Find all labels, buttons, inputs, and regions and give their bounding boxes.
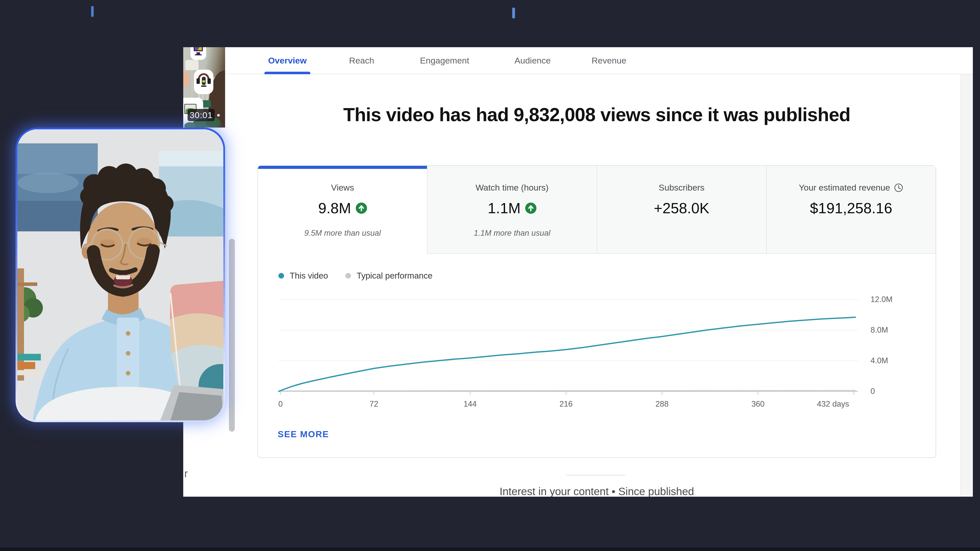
clipped-text-fragment: r bbox=[184, 468, 188, 480]
scrollbar-thumb[interactable] bbox=[229, 239, 235, 432]
legend-this-video: This video bbox=[278, 271, 328, 281]
analytics-tabbar: Overview Reach Engagement Audience Reven… bbox=[183, 47, 973, 74]
metric-value: +258.0K bbox=[597, 200, 766, 217]
microphone-headphones-icon bbox=[194, 70, 213, 94]
metric-value: 9.8M bbox=[258, 200, 427, 217]
metric-subtext: 1.1M more than usual bbox=[428, 229, 597, 238]
y-axis-tick: 0 bbox=[870, 387, 875, 396]
page-scrollbar-track[interactable] bbox=[960, 74, 973, 497]
metric-card-watch-time[interactable]: Watch time (hours) 1.1M 1.1M more than u… bbox=[427, 166, 597, 254]
active-tab-underline bbox=[264, 72, 310, 74]
active-metric-indicator bbox=[258, 166, 427, 169]
metric-label: Watch time (hours) bbox=[428, 183, 597, 192]
timeline-marker-center bbox=[512, 8, 515, 18]
tab-audience[interactable]: Audience bbox=[508, 47, 557, 74]
key-metrics-card: Views 9.8M 9.5M more than usual Watch ti… bbox=[258, 165, 936, 458]
metric-card-subscribers[interactable]: Subscribers +258.0K bbox=[597, 166, 766, 254]
legend-dot-typical bbox=[345, 273, 351, 279]
x-axis-tick: 72 bbox=[369, 400, 378, 409]
page-title: This video has had 9,832,008 views since… bbox=[258, 104, 936, 125]
y-axis-tick: 12.0M bbox=[870, 295, 892, 304]
screen: Overview Reach Engagement Audience Reven… bbox=[0, 0, 980, 551]
metric-value: 1.1M bbox=[428, 200, 597, 217]
metric-value: $191,258.16 bbox=[767, 200, 935, 217]
badge-dot bbox=[217, 114, 220, 117]
webcam-video bbox=[18, 129, 223, 421]
lamp-shade bbox=[185, 60, 199, 70]
x-axis-tick: 288 bbox=[655, 400, 669, 409]
clock-icon bbox=[894, 183, 904, 192]
x-axis-tick: 216 bbox=[559, 400, 573, 409]
metric-label: Your estimated revenue bbox=[767, 183, 935, 192]
y-axis-tick: 8.0M bbox=[870, 326, 888, 335]
metric-subtext: 9.5M more than usual bbox=[258, 229, 427, 238]
chart-legend: This video Typical performance bbox=[278, 271, 433, 281]
video-thumbnail-partial: 30:01 bbox=[183, 47, 225, 127]
legend-label: Typical performance bbox=[356, 271, 432, 281]
trend-up-icon bbox=[525, 203, 536, 214]
y-axis-tick: 4.0M bbox=[870, 356, 888, 365]
legend-label: This video bbox=[290, 271, 328, 281]
duration-badge: 30:01 bbox=[188, 109, 215, 121]
x-axis-tick: 144 bbox=[463, 400, 477, 409]
legend-dot-this-video bbox=[278, 273, 284, 279]
next-section-heading-partial: Interest in your content • Since publish… bbox=[258, 486, 936, 497]
views-line-chart bbox=[258, 286, 937, 408]
monitor-icon bbox=[190, 47, 206, 60]
tab-reach[interactable]: Reach bbox=[346, 47, 377, 74]
metric-card-revenue[interactable]: Your estimated revenue $191,258.16 bbox=[766, 166, 935, 254]
waving-hand bbox=[183, 72, 189, 87]
metric-label: Subscribers bbox=[597, 183, 766, 192]
x-axis-tick: 432 days bbox=[817, 400, 849, 409]
metric-row: Views 9.8M 9.5M more than usual Watch ti… bbox=[258, 166, 935, 254]
legend-typical-performance: Typical performance bbox=[345, 271, 432, 281]
webcam-overlay bbox=[16, 127, 225, 422]
metric-card-views[interactable]: Views 9.8M 9.5M more than usual bbox=[258, 166, 427, 254]
x-axis-tick: 360 bbox=[751, 400, 765, 409]
tab-revenue[interactable]: Revenue bbox=[587, 47, 631, 74]
bottom-letterbox bbox=[0, 548, 980, 551]
presenter-scene bbox=[18, 129, 223, 421]
tab-engagement[interactable]: Engagement bbox=[413, 47, 476, 74]
see-more-link[interactable]: SEE MORE bbox=[278, 429, 329, 439]
metric-label: Views bbox=[258, 183, 427, 192]
analytics-panel: Overview Reach Engagement Audience Reven… bbox=[183, 47, 973, 497]
line-chart-svg bbox=[258, 286, 937, 408]
section-divider bbox=[566, 475, 625, 475]
tab-overview[interactable]: Overview bbox=[264, 47, 310, 74]
x-axis-tick: 0 bbox=[278, 400, 283, 409]
trend-up-icon bbox=[356, 203, 367, 214]
timeline-marker-left bbox=[91, 6, 94, 17]
